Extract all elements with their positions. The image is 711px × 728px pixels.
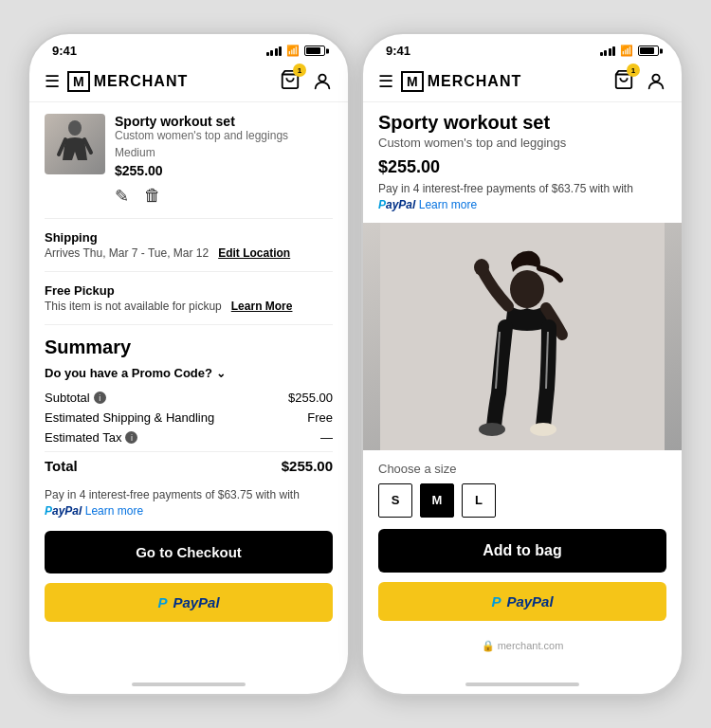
left-phone: 9:41 📶 ☰ M MERCHANT [27,32,350,696]
right-phone: 9:41 📶 ☰ M MERCHANT [361,32,684,696]
product-page: Sporty workout set Custom women's top an… [363,102,682,675]
cart-icon-wrap-left[interactable]: 1 [280,69,301,94]
edit-icon[interactable]: ✎ [115,186,129,207]
wifi-icon: 📶 [286,45,300,57]
status-bar-right: 9:41 📶 [363,34,682,62]
svg-point-6 [510,270,544,308]
lock-icon: 🔒 [482,640,495,651]
tax-line: Estimated Tax i — [45,428,333,447]
svg-point-2 [68,120,82,136]
paypal-button-right[interactable]: P PayPal [378,582,666,621]
paypal-brand-right: PayPal [378,198,415,211]
shipping-handling-value: Free [307,410,333,425]
cart-product-size: Medium [115,146,333,159]
logo-box-right: M [401,71,424,92]
phones-container: 9:41 📶 ☰ M MERCHANT [27,32,684,696]
shipping-section: Shipping Arrives Thu, Mar 7 - Tue, Mar 1… [45,230,333,272]
cart-product-price: $255.00 [115,163,333,178]
total-label: Total [45,458,78,474]
pickup-label: Free Pickup [45,283,333,298]
footer-url: 🔒 merchant.com [363,632,682,660]
size-btn-m[interactable]: M [420,483,454,518]
svg-point-8 [479,423,505,436]
cart-product-info: Sporty workout set Custom women's top an… [115,114,333,207]
logo-box-left: M [67,71,90,92]
cart-product-name: Sporty workout set [115,114,333,129]
wifi-icon-right: 📶 [620,45,633,57]
signal-icon-right [600,46,616,56]
cart-badge-left: 1 [293,64,306,77]
status-bar-left: 9:41 📶 [29,34,348,62]
header-icons-left: 1 [280,69,333,94]
size-section: Choose a size S M L [363,450,682,529]
user-icon-right[interactable] [646,71,666,92]
svg-point-9 [530,423,556,436]
svg-point-4 [652,75,659,82]
shipping-handling-label: Estimated Shipping & Handling [45,410,214,425]
status-icons-left: 📶 [266,45,326,57]
size-label: Choose a size [378,462,666,476]
logo-text-right: MERCHANT [428,73,613,90]
svg-point-7 [474,259,489,276]
size-options: S M L [378,483,666,518]
paypal-learn-link-left[interactable]: Learn more [85,504,143,518]
paypal-learn-link-right[interactable]: Learn more [419,198,477,211]
subtotal-line: Subtotal i $255.00 [45,388,333,408]
header-right: ☰ M MERCHANT 1 [363,62,682,102]
total-line: Total $255.00 [45,451,333,480]
hamburger-menu-left[interactable]: ☰ [45,71,60,92]
product-page-name: Sporty workout set [378,112,666,134]
logo-text-left: MERCHANT [94,73,280,90]
svg-point-1 [319,75,325,82]
status-icons-right: 📶 [600,45,660,57]
tax-value: — [320,430,333,445]
product-thumb-image [51,118,99,170]
shipping-label: Shipping [45,230,333,245]
user-icon-left[interactable] [312,71,333,92]
product-header: Sporty workout set Custom women's top an… [363,102,682,223]
paypal-button-left[interactable]: P PayPal [45,583,333,622]
product-page-subtitle: Custom women's top and leggings [378,136,666,150]
summary-title: Summary [45,337,333,358]
promo-chevron-icon: ⌄ [216,367,226,380]
hamburger-menu-right[interactable]: ☰ [378,71,393,92]
item-actions: ✎ 🗑 [115,186,333,207]
paypal-p-icon: P [157,594,167,610]
size-btn-l[interactable]: L [462,483,496,518]
pickup-learn-more-link[interactable]: Learn More [231,300,293,313]
subtotal-value: $255.00 [288,391,333,405]
promo-row[interactable]: Do you have a Promo Code? ⌄ [45,366,333,380]
product-page-price: $255.00 [378,157,666,177]
buy-section: Add to bag P PayPal [363,529,682,632]
signal-icon [266,46,283,56]
home-indicator-left [132,682,246,686]
shipping-value: Arrives Thu, Mar 7 - Tue, Mar 12 Edit Lo… [45,246,333,260]
edit-location-link[interactable]: Edit Location [218,246,290,260]
add-to-bag-button[interactable]: Add to bag [378,529,666,573]
status-time-right: 9:41 [386,44,410,58]
pickup-value: This item is not available for pickup Le… [45,300,333,313]
athlete-image [380,223,665,450]
delete-icon[interactable]: 🗑 [144,186,161,207]
size-btn-s[interactable]: S [378,483,412,518]
status-time-left: 9:41 [52,44,77,58]
paypal-installment-right: Pay in 4 interest-free payments of $63.7… [378,181,666,213]
battery-icon-right [638,46,659,56]
home-indicator-right [465,682,579,686]
product-image [363,223,682,450]
subtotal-info-icon[interactable]: i [94,391,106,404]
paypal-installment-note-left: Pay in 4 interest-free payments of $63.7… [45,487,333,519]
cart-product-subtitle: Custom women's top and leggings [115,129,333,142]
cart-item: Sporty workout set Custom women's top an… [45,114,333,219]
header-left: ☰ M MERCHANT 1 [29,62,348,102]
checkout-button[interactable]: Go to Checkout [45,531,333,573]
paypal-p-icon-right: P [491,593,501,610]
cart-content: Sporty workout set Custom women's top an… [29,102,348,675]
tax-info-icon[interactable]: i [125,431,137,444]
total-value: $255.00 [282,458,333,474]
battery-icon [304,46,325,56]
summary-section: Summary Do you have a Promo Code? ⌄ Subt… [45,337,333,519]
cart-icon-wrap-right[interactable]: 1 [613,69,634,94]
header-icons-right: 1 [613,69,666,94]
cart-thumb [45,114,105,174]
